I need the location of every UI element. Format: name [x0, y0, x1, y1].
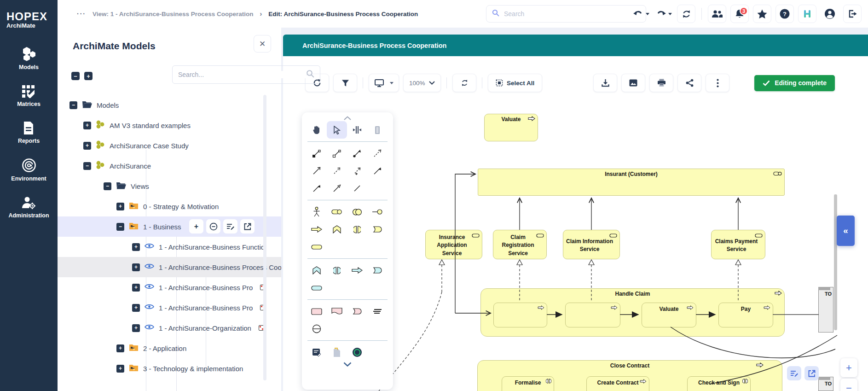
breadcrumb-view-link[interactable]: View: 1 - ArchiSurance-Business Process … [93, 11, 254, 18]
node-claim-information-service[interactable]: Claim Information Service [563, 230, 620, 259]
specialization-relation-tool[interactable] [327, 180, 347, 197]
share-button[interactable] [677, 74, 701, 92]
composition-relation-tool[interactable] [307, 145, 327, 162]
filter-button[interactable] [333, 74, 357, 92]
business-interaction-tool[interactable] [347, 221, 367, 238]
select-all-button[interactable]: Select All [488, 74, 542, 92]
node-handle-claim-step-2[interactable] [565, 303, 620, 327]
column-tool-disabled[interactable] [367, 121, 388, 139]
expander[interactable]: − [116, 223, 124, 231]
node-handle-claim-step-1[interactable] [493, 303, 547, 327]
expander[interactable]: + [132, 284, 140, 292]
print-button[interactable] [649, 74, 673, 92]
node-create-contract[interactable]: Create Contract [586, 376, 649, 391]
expander[interactable]: + [116, 344, 124, 352]
node-insurance-application-service[interactable]: Insurance Application Service [425, 230, 482, 259]
refresh-button[interactable] [677, 5, 695, 23]
status-circle-tool[interactable] [347, 344, 367, 361]
help-button[interactable]: ? [775, 5, 794, 23]
node-claim-registration-service[interactable]: Claim Registration Service [493, 230, 547, 259]
collapse-panel-button[interactable]: « [837, 216, 855, 246]
expand-all-button[interactable]: + [84, 72, 93, 80]
open-view-button[interactable] [240, 219, 255, 233]
business-process-tool[interactable] [307, 221, 327, 238]
rail-item-administration[interactable]: Administration [8, 196, 49, 219]
deliverable-service-tool[interactable] [347, 303, 367, 320]
zoom-out-button[interactable]: − [840, 379, 857, 391]
tree-row-product-view[interactable]: + 1 - ArchiSurance-Business Product View [58, 298, 266, 318]
application-process-tool[interactable] [347, 262, 367, 279]
expander[interactable]: − [104, 182, 111, 190]
expander[interactable]: + [132, 324, 140, 332]
undo-button[interactable] [632, 5, 650, 23]
zoom-select[interactable]: 100% [403, 74, 441, 92]
split-tool[interactable] [347, 121, 367, 139]
tree-row-views[interactable]: − Views [58, 176, 266, 196]
expander[interactable]: − [83, 162, 91, 170]
download-button[interactable] [593, 74, 617, 92]
node-check-and-sign[interactable]: Check and Sign [687, 376, 751, 391]
note-tool[interactable] [307, 344, 327, 361]
profile-button[interactable] [821, 5, 839, 23]
collapse-all-button[interactable]: − [71, 72, 80, 80]
node-valuate-top[interactable]: Valuate [484, 114, 538, 141]
serving-relation-tool[interactable] [307, 162, 327, 180]
tree-row-technology[interactable]: + 3 - Technology & implementation [58, 358, 266, 379]
editing-complete-button[interactable]: Editing complete [754, 75, 835, 91]
palette-scroll-down[interactable] [302, 361, 393, 368]
business-object-tool[interactable] [307, 238, 327, 256]
tree-row-function-view[interactable]: + 1 - ArchiSurance-Business Function Vie… [58, 237, 266, 257]
application-function-tool[interactable] [307, 262, 327, 279]
tree-row-organization[interactable]: + 1 - ArchiSurance-Organization [58, 318, 266, 338]
tree-row-process-view[interactable]: + 1 - ArchiSurance-Business Process View [58, 277, 266, 298]
tree-row-archisurance[interactable]: − ArchiSurance [58, 156, 266, 176]
node-handle-claim-pay[interactable]: Pay [718, 303, 773, 327]
tree-row-application[interactable]: + 2 - Application [58, 338, 266, 358]
business-collaboration-tool[interactable] [347, 203, 367, 221]
tree-row-business-selected[interactable]: − 1 - Business + [58, 216, 281, 237]
tree-search-input[interactable] [178, 71, 306, 78]
business-service-tool[interactable] [367, 221, 388, 238]
favorites-button[interactable] [753, 5, 771, 23]
expander[interactable]: + [132, 304, 140, 312]
business-interface-tool[interactable] [367, 203, 388, 221]
add-element-button[interactable]: + [189, 219, 203, 233]
palette-scroll-up[interactable] [302, 115, 393, 121]
expander[interactable]: + [116, 365, 124, 373]
triggering-relation-tool[interactable] [367, 162, 388, 180]
rail-item-matrices[interactable]: Matrices [17, 84, 41, 107]
rail-item-environment[interactable]: Environment [11, 158, 46, 182]
tree-row-am-v3[interactable]: + AM V3 standard examples [58, 115, 266, 135]
tree-row-models[interactable]: − Models [58, 95, 266, 115]
node-handle-claim[interactable]: Handle Claim Valuate Pay [480, 288, 785, 337]
rail-item-models[interactable]: Models [19, 47, 39, 70]
application-interaction-tool[interactable] [327, 262, 347, 279]
canvas-vertical-scrollbar[interactable] [834, 194, 837, 330]
remove-button[interactable] [206, 219, 220, 233]
assignment-relation-tool[interactable] [347, 145, 367, 162]
panel-scrollbar[interactable] [263, 95, 266, 380]
node-close-contract[interactable]: Close Contract Formalise Create Contract… [477, 360, 782, 391]
node-handle-claim-valuate[interactable]: Valuate [642, 303, 696, 327]
expander[interactable]: + [132, 243, 140, 251]
redo-button[interactable] [654, 5, 673, 23]
node-to-offpage-1[interactable]: TO [818, 287, 833, 333]
expander[interactable]: + [132, 263, 140, 271]
deliverable-tool[interactable] [307, 303, 327, 320]
notifications-button[interactable]: 3 [730, 5, 749, 23]
global-search[interactable] [486, 5, 646, 23]
logout-button[interactable] [843, 5, 862, 23]
tree-search[interactable] [172, 65, 320, 84]
open-subview-button[interactable] [804, 366, 819, 380]
expander[interactable]: + [83, 122, 91, 129]
influence-relation-tool[interactable] [327, 162, 347, 180]
business-role-tool[interactable] [327, 203, 347, 221]
breadcrumb-overflow-button[interactable]: ··· [77, 10, 86, 18]
tree-row-strategy[interactable]: + 0 - Strategy & Motivation [58, 196, 266, 216]
node-insurant-customer[interactable]: Insurant (Customer) [478, 169, 785, 196]
node-formalise[interactable]: Formalise [502, 376, 554, 391]
tree-row-process-cooperation[interactable]: + 1 - ArchiSurance-Business Process Coop… [58, 257, 281, 277]
node-to-offpage-2[interactable]: TO [818, 377, 833, 391]
application-object-tool[interactable] [307, 279, 327, 297]
representation-tool[interactable] [327, 303, 347, 320]
